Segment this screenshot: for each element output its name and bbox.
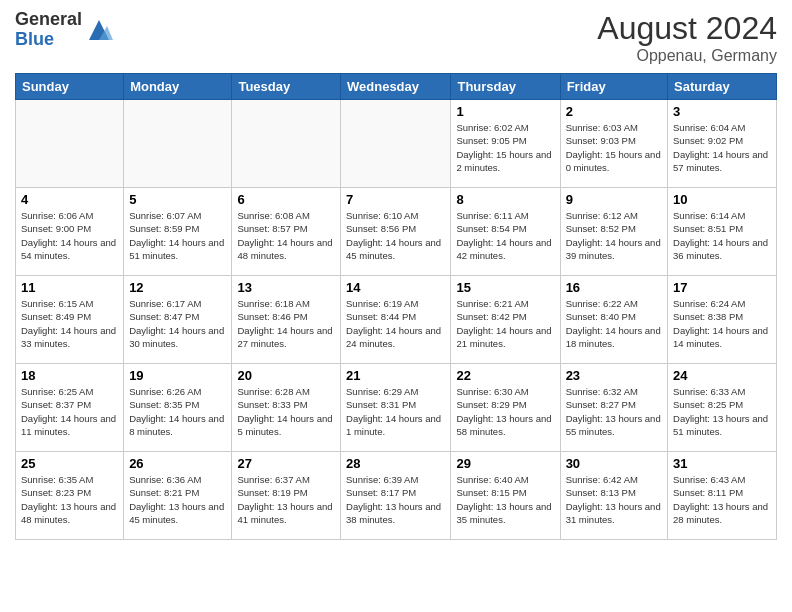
calendar-cell: 2Sunrise: 6:03 AM Sunset: 9:03 PM Daylig… (560, 100, 667, 188)
day-info: Sunrise: 6:10 AM Sunset: 8:56 PM Dayligh… (346, 209, 445, 262)
calendar-cell (341, 100, 451, 188)
day-info: Sunrise: 6:32 AM Sunset: 8:27 PM Dayligh… (566, 385, 662, 438)
logo: General Blue (15, 10, 113, 50)
page-header: General Blue August 2024 Oppenau, German… (15, 10, 777, 65)
calendar-week-row: 1Sunrise: 6:02 AM Sunset: 9:05 PM Daylig… (16, 100, 777, 188)
day-number: 24 (673, 368, 771, 383)
calendar-cell: 19Sunrise: 6:26 AM Sunset: 8:35 PM Dayli… (124, 364, 232, 452)
calendar-cell: 16Sunrise: 6:22 AM Sunset: 8:40 PM Dayli… (560, 276, 667, 364)
day-number: 14 (346, 280, 445, 295)
calendar-cell: 6Sunrise: 6:08 AM Sunset: 8:57 PM Daylig… (232, 188, 341, 276)
col-tuesday: Tuesday (232, 74, 341, 100)
col-monday: Monday (124, 74, 232, 100)
day-info: Sunrise: 6:02 AM Sunset: 9:05 PM Dayligh… (456, 121, 554, 174)
day-info: Sunrise: 6:17 AM Sunset: 8:47 PM Dayligh… (129, 297, 226, 350)
calendar-cell: 25Sunrise: 6:35 AM Sunset: 8:23 PM Dayli… (16, 452, 124, 540)
day-number: 27 (237, 456, 335, 471)
day-number: 12 (129, 280, 226, 295)
day-number: 8 (456, 192, 554, 207)
day-info: Sunrise: 6:29 AM Sunset: 8:31 PM Dayligh… (346, 385, 445, 438)
location-subtitle: Oppenau, Germany (597, 47, 777, 65)
calendar-week-row: 18Sunrise: 6:25 AM Sunset: 8:37 PM Dayli… (16, 364, 777, 452)
calendar-cell: 1Sunrise: 6:02 AM Sunset: 9:05 PM Daylig… (451, 100, 560, 188)
day-number: 7 (346, 192, 445, 207)
calendar-cell: 28Sunrise: 6:39 AM Sunset: 8:17 PM Dayli… (341, 452, 451, 540)
col-saturday: Saturday (668, 74, 777, 100)
calendar-cell: 17Sunrise: 6:24 AM Sunset: 8:38 PM Dayli… (668, 276, 777, 364)
day-info: Sunrise: 6:18 AM Sunset: 8:46 PM Dayligh… (237, 297, 335, 350)
day-info: Sunrise: 6:19 AM Sunset: 8:44 PM Dayligh… (346, 297, 445, 350)
calendar-cell: 24Sunrise: 6:33 AM Sunset: 8:25 PM Dayli… (668, 364, 777, 452)
day-number: 18 (21, 368, 118, 383)
day-info: Sunrise: 6:22 AM Sunset: 8:40 PM Dayligh… (566, 297, 662, 350)
col-thursday: Thursday (451, 74, 560, 100)
calendar-cell: 23Sunrise: 6:32 AM Sunset: 8:27 PM Dayli… (560, 364, 667, 452)
day-info: Sunrise: 6:04 AM Sunset: 9:02 PM Dayligh… (673, 121, 771, 174)
day-info: Sunrise: 6:37 AM Sunset: 8:19 PM Dayligh… (237, 473, 335, 526)
calendar-cell: 7Sunrise: 6:10 AM Sunset: 8:56 PM Daylig… (341, 188, 451, 276)
calendar-cell (232, 100, 341, 188)
day-number: 31 (673, 456, 771, 471)
day-number: 13 (237, 280, 335, 295)
day-number: 20 (237, 368, 335, 383)
day-number: 28 (346, 456, 445, 471)
calendar-cell: 27Sunrise: 6:37 AM Sunset: 8:19 PM Dayli… (232, 452, 341, 540)
day-info: Sunrise: 6:42 AM Sunset: 8:13 PM Dayligh… (566, 473, 662, 526)
calendar-header-row: Sunday Monday Tuesday Wednesday Thursday… (16, 74, 777, 100)
day-info: Sunrise: 6:40 AM Sunset: 8:15 PM Dayligh… (456, 473, 554, 526)
day-info: Sunrise: 6:06 AM Sunset: 9:00 PM Dayligh… (21, 209, 118, 262)
calendar-cell: 29Sunrise: 6:40 AM Sunset: 8:15 PM Dayli… (451, 452, 560, 540)
day-number: 21 (346, 368, 445, 383)
day-number: 15 (456, 280, 554, 295)
month-year-title: August 2024 (597, 10, 777, 47)
day-number: 11 (21, 280, 118, 295)
calendar-cell: 18Sunrise: 6:25 AM Sunset: 8:37 PM Dayli… (16, 364, 124, 452)
day-info: Sunrise: 6:33 AM Sunset: 8:25 PM Dayligh… (673, 385, 771, 438)
calendar-cell: 9Sunrise: 6:12 AM Sunset: 8:52 PM Daylig… (560, 188, 667, 276)
calendar-cell: 14Sunrise: 6:19 AM Sunset: 8:44 PM Dayli… (341, 276, 451, 364)
day-number: 19 (129, 368, 226, 383)
day-number: 23 (566, 368, 662, 383)
day-number: 29 (456, 456, 554, 471)
day-info: Sunrise: 6:36 AM Sunset: 8:21 PM Dayligh… (129, 473, 226, 526)
day-info: Sunrise: 6:30 AM Sunset: 8:29 PM Dayligh… (456, 385, 554, 438)
day-number: 4 (21, 192, 118, 207)
day-number: 6 (237, 192, 335, 207)
day-number: 22 (456, 368, 554, 383)
col-sunday: Sunday (16, 74, 124, 100)
calendar-cell: 31Sunrise: 6:43 AM Sunset: 8:11 PM Dayli… (668, 452, 777, 540)
day-number: 3 (673, 104, 771, 119)
calendar-week-row: 25Sunrise: 6:35 AM Sunset: 8:23 PM Dayli… (16, 452, 777, 540)
day-info: Sunrise: 6:08 AM Sunset: 8:57 PM Dayligh… (237, 209, 335, 262)
calendar-cell: 12Sunrise: 6:17 AM Sunset: 8:47 PM Dayli… (124, 276, 232, 364)
day-info: Sunrise: 6:43 AM Sunset: 8:11 PM Dayligh… (673, 473, 771, 526)
day-info: Sunrise: 6:25 AM Sunset: 8:37 PM Dayligh… (21, 385, 118, 438)
day-info: Sunrise: 6:15 AM Sunset: 8:49 PM Dayligh… (21, 297, 118, 350)
day-number: 17 (673, 280, 771, 295)
day-number: 25 (21, 456, 118, 471)
day-number: 10 (673, 192, 771, 207)
logo-icon (85, 16, 113, 44)
day-info: Sunrise: 6:12 AM Sunset: 8:52 PM Dayligh… (566, 209, 662, 262)
day-info: Sunrise: 6:07 AM Sunset: 8:59 PM Dayligh… (129, 209, 226, 262)
day-number: 9 (566, 192, 662, 207)
calendar-table: Sunday Monday Tuesday Wednesday Thursday… (15, 73, 777, 540)
calendar-cell: 11Sunrise: 6:15 AM Sunset: 8:49 PM Dayli… (16, 276, 124, 364)
day-info: Sunrise: 6:03 AM Sunset: 9:03 PM Dayligh… (566, 121, 662, 174)
calendar-cell: 13Sunrise: 6:18 AM Sunset: 8:46 PM Dayli… (232, 276, 341, 364)
calendar-cell: 26Sunrise: 6:36 AM Sunset: 8:21 PM Dayli… (124, 452, 232, 540)
day-number: 30 (566, 456, 662, 471)
day-info: Sunrise: 6:35 AM Sunset: 8:23 PM Dayligh… (21, 473, 118, 526)
calendar-cell: 5Sunrise: 6:07 AM Sunset: 8:59 PM Daylig… (124, 188, 232, 276)
day-number: 26 (129, 456, 226, 471)
day-info: Sunrise: 6:26 AM Sunset: 8:35 PM Dayligh… (129, 385, 226, 438)
calendar-cell: 22Sunrise: 6:30 AM Sunset: 8:29 PM Dayli… (451, 364, 560, 452)
day-info: Sunrise: 6:28 AM Sunset: 8:33 PM Dayligh… (237, 385, 335, 438)
day-number: 16 (566, 280, 662, 295)
title-block: August 2024 Oppenau, Germany (597, 10, 777, 65)
calendar-cell: 30Sunrise: 6:42 AM Sunset: 8:13 PM Dayli… (560, 452, 667, 540)
day-info: Sunrise: 6:39 AM Sunset: 8:17 PM Dayligh… (346, 473, 445, 526)
calendar-week-row: 11Sunrise: 6:15 AM Sunset: 8:49 PM Dayli… (16, 276, 777, 364)
logo-blue-text: Blue (15, 30, 82, 50)
day-number: 2 (566, 104, 662, 119)
